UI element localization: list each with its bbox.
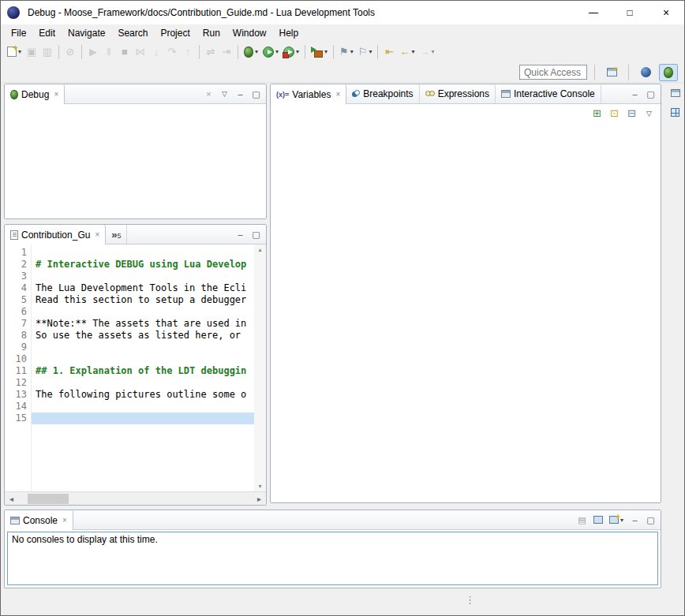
maximize-view-button[interactable]: ▢ bbox=[249, 227, 264, 242]
menu-project[interactable]: Project bbox=[154, 26, 196, 40]
close-icon[interactable]: × bbox=[95, 230, 99, 239]
forward-button[interactable]: →▾ bbox=[417, 43, 436, 61]
minimize-view-button[interactable]: – bbox=[233, 227, 248, 242]
disconnect-button[interactable]: ⋈ bbox=[133, 43, 148, 61]
maximize-view-button[interactable]: ▢ bbox=[643, 87, 658, 102]
vertical-scrollbar[interactable]: ▴ ▾ bbox=[254, 245, 266, 491]
tab-expressions[interactable]: Expressions bbox=[420, 84, 496, 103]
scrollbar-thumb[interactable] bbox=[28, 494, 69, 504]
use-step-filters-button[interactable]: ⇌ bbox=[203, 43, 219, 61]
dropdown-arrow-icon[interactable]: ▾ bbox=[255, 48, 258, 55]
collapse-all-button[interactable]: ⊟ bbox=[624, 106, 639, 121]
last-edit-location-button[interactable]: ⇤ bbox=[381, 43, 397, 61]
pin-console-button[interactable]: ▤ bbox=[575, 513, 590, 528]
code-line[interactable] bbox=[32, 271, 254, 282]
tab-debug[interactable]: Debug × bbox=[5, 84, 65, 104]
restore-view-button[interactable] bbox=[667, 85, 683, 100]
code-line[interactable] bbox=[32, 306, 254, 318]
next-annotation-button[interactable]: ⚑▾ bbox=[337, 43, 356, 61]
code-line[interactable]: So use the assets as listed here, or bbox=[32, 330, 254, 342]
minimize-view-button[interactable]: – bbox=[627, 513, 642, 528]
maximize-view-button[interactable]: ▢ bbox=[249, 87, 264, 102]
menu-navigate[interactable]: Navigate bbox=[62, 26, 111, 40]
code-line[interactable] bbox=[32, 353, 254, 365]
window-maximize-button[interactable]: □ bbox=[612, 1, 648, 24]
horizontal-scrollbar[interactable]: ◂ ▸ bbox=[5, 491, 266, 505]
view-menu-button[interactable]: ▽ bbox=[642, 106, 657, 121]
watch-expression-button[interactable]: ⊡ bbox=[607, 106, 622, 121]
scrollbar-track[interactable] bbox=[18, 492, 253, 505]
dropdown-arrow-icon[interactable]: ▾ bbox=[411, 48, 414, 55]
dropdown-arrow-icon[interactable]: ▾ bbox=[275, 48, 279, 55]
show-logical-structures-button[interactable]: ⊞ bbox=[590, 106, 605, 121]
minimize-view-button[interactable]: – bbox=[627, 87, 642, 102]
editor-body[interactable]: 123456789101112131415 # Interactive DEBU… bbox=[5, 245, 266, 491]
console-content[interactable]: No consoles to display at this time. bbox=[7, 532, 658, 585]
suspend-button[interactable]: ‖ bbox=[101, 43, 117, 61]
code-line[interactable] bbox=[32, 342, 254, 353]
code-line[interactable] bbox=[32, 401, 254, 413]
external-tools-button[interactable]: ▾ bbox=[309, 43, 330, 61]
dropdown-arrow-icon[interactable]: ▾ bbox=[620, 517, 623, 524]
debug-button[interactable]: ▾ bbox=[241, 43, 260, 61]
tab-console[interactable]: Console × bbox=[5, 510, 73, 530]
step-into-button[interactable]: ↓ bbox=[148, 43, 164, 61]
scroll-left-icon[interactable]: ◂ bbox=[5, 495, 18, 503]
maximize-view-button[interactable]: ▢ bbox=[643, 513, 658, 528]
code-line[interactable]: **Note:** The assets that are used in bbox=[32, 318, 254, 330]
remove-all-terminated-button[interactable]: × bbox=[201, 87, 216, 102]
scroll-right-icon[interactable]: ▸ bbox=[253, 495, 266, 503]
step-return-button[interactable]: ↑ bbox=[180, 43, 196, 61]
menu-edit[interactable]: Edit bbox=[32, 26, 62, 40]
window-minimize-button[interactable]: — bbox=[575, 1, 612, 24]
code-line[interactable] bbox=[32, 247, 254, 259]
tab-breakpoints[interactable]: Breakpoints bbox=[346, 84, 419, 103]
new-button[interactable]: ▾ bbox=[5, 43, 24, 61]
previous-annotation-button[interactable]: ⚐▾ bbox=[356, 43, 375, 61]
dropdown-arrow-icon[interactable]: ▾ bbox=[350, 48, 354, 55]
code-line[interactable]: The following pictures outline some o bbox=[32, 389, 254, 401]
back-button[interactable]: ←▾ bbox=[397, 43, 417, 61]
close-icon[interactable]: × bbox=[62, 516, 67, 525]
ldt-perspective-button[interactable] bbox=[636, 64, 655, 81]
menu-help[interactable]: Help bbox=[273, 26, 305, 40]
window-close-button[interactable]: × bbox=[648, 1, 684, 24]
scroll-up-icon[interactable]: ▴ bbox=[258, 246, 261, 253]
code-line[interactable]: ## 1. Explanation of the LDT debuggin bbox=[32, 365, 254, 377]
skip-all-breakpoints-button[interactable]: ⊘ bbox=[62, 43, 78, 61]
minimize-view-button[interactable]: – bbox=[233, 87, 248, 102]
code-line[interactable] bbox=[32, 413, 254, 424]
open-perspective-button[interactable] bbox=[602, 64, 621, 81]
menu-window[interactable]: Window bbox=[226, 26, 273, 40]
code-line[interactable]: # Interactive DEBUG using Lua Develop bbox=[32, 259, 254, 271]
menu-file[interactable]: File bbox=[5, 26, 32, 40]
code-line[interactable]: Read this section to setup a debugger bbox=[32, 294, 254, 306]
dropdown-arrow-icon[interactable]: ▾ bbox=[18, 48, 21, 55]
quick-access-input[interactable] bbox=[519, 65, 587, 80]
menu-run[interactable]: Run bbox=[197, 26, 226, 40]
display-selected-console-button[interactable] bbox=[590, 513, 605, 528]
hidden-editors-chevron[interactable]: » 5 bbox=[106, 225, 127, 244]
dropdown-arrow-icon[interactable]: ▾ bbox=[296, 48, 299, 55]
scroll-down-icon[interactable]: ▾ bbox=[258, 483, 261, 490]
save-button[interactable]: ▣ bbox=[24, 43, 39, 61]
dropdown-arrow-icon[interactable]: ▾ bbox=[431, 48, 434, 55]
view-menu-button[interactable]: ▽ bbox=[217, 87, 232, 102]
tab-contribution-guide[interactable]: Contribution_Gu × bbox=[5, 225, 106, 245]
tab-interactive-console[interactable]: Interactive Console bbox=[496, 84, 601, 103]
coverage-button[interactable]: ▾ bbox=[281, 43, 301, 61]
open-console-button[interactable]: ▾ bbox=[606, 513, 627, 528]
menu-search[interactable]: Search bbox=[111, 26, 154, 40]
tab-variables[interactable]: (x)=Variables× bbox=[271, 84, 346, 104]
resume-button[interactable]: ▶ bbox=[85, 43, 101, 61]
terminate-button[interactable]: ■ bbox=[117, 43, 133, 61]
step-over-button[interactable]: ↷ bbox=[164, 43, 180, 61]
run-button[interactable]: ▾ bbox=[260, 43, 281, 61]
statusbar-grip[interactable]: ⋮ bbox=[465, 594, 474, 606]
dropdown-arrow-icon[interactable]: ▾ bbox=[324, 48, 328, 55]
code-line[interactable]: The Lua Development Tools in the Ecli bbox=[32, 282, 254, 294]
save-all-button[interactable]: ▥ bbox=[39, 43, 55, 61]
minimized-view-button[interactable] bbox=[667, 105, 683, 120]
code-line[interactable] bbox=[32, 377, 254, 389]
close-icon[interactable]: × bbox=[54, 90, 58, 99]
